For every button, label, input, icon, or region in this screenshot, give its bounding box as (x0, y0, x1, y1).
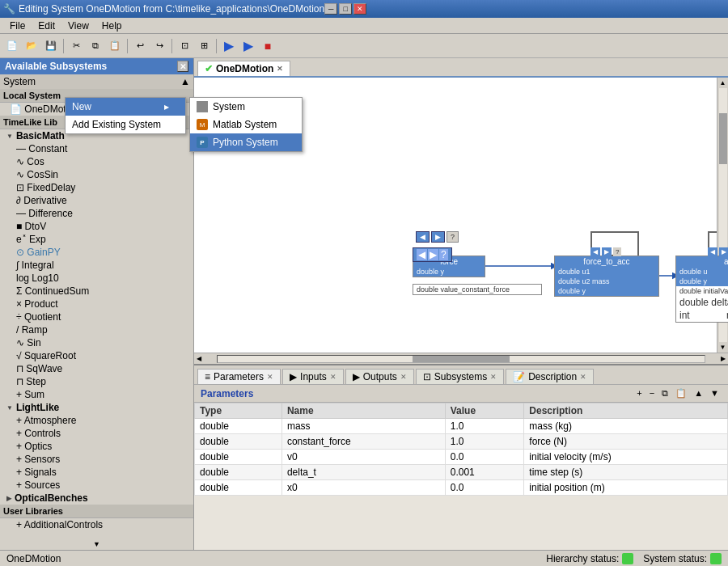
sidebar-item-sources[interactable]: + Sources (0, 479, 193, 492)
force-nav-left[interactable]: ◀ (417, 249, 427, 260)
system-scroll-up[interactable]: ▲ (180, 76, 190, 87)
close-button[interactable]: ✕ (353, 3, 366, 15)
sidebar-item-continuedsum[interactable]: Σ ContinuedSum (0, 285, 193, 298)
table-row[interactable]: doubleconstant_force1.0force (N) (195, 434, 728, 450)
sidebar-item-squareroot[interactable]: √ SquareRoot (0, 349, 193, 362)
param-paste-btn[interactable]: 📋 (673, 387, 689, 399)
sidebar-item-quotient[interactable]: ÷ Quotient (0, 310, 193, 323)
panel-tab-inputs[interactable]: ▶ Inputs ✕ (282, 369, 344, 384)
run-button[interactable]: ▶ (220, 37, 238, 55)
nav-left-btn[interactable]: ◀ (416, 231, 430, 243)
acc-to-v-block[interactable]: acc_to_v double u double y double initia… (675, 256, 728, 323)
zoom-fit-button[interactable]: ⊡ (176, 37, 193, 55)
group-lightlike-header[interactable]: ▼ LightLike (0, 401, 193, 414)
group-opticalbenches-header[interactable]: ▶ OpticalBenches (0, 492, 193, 505)
panel-tab-description[interactable]: 📝 Description ✕ (506, 369, 594, 384)
paste-button[interactable]: 📋 (106, 37, 124, 55)
panel-tab-description-close[interactable]: ✕ (580, 373, 586, 381)
ftoa-nav-right[interactable]: ▶ (602, 247, 612, 256)
save-button[interactable]: 💾 (42, 37, 60, 55)
ftoa-nav-q[interactable]: ? (613, 247, 621, 256)
menu-edit[interactable]: Edit (32, 19, 61, 33)
param-copy-btn[interactable]: ⧉ (659, 387, 671, 399)
panel-tab-parameters[interactable]: ≡ Parameters ✕ (197, 369, 281, 384)
cut-button[interactable]: ✂ (67, 37, 85, 55)
maximize-button[interactable]: □ (339, 3, 352, 15)
sidebar-item-sin[interactable]: ∿ Sin (0, 336, 193, 349)
sidebar-item-difference[interactable]: — Difference (0, 207, 193, 220)
nav-right-btn[interactable]: ▶ (431, 231, 445, 243)
context-menu-add-existing[interactable]: Add Existing System (66, 116, 185, 133)
panel-tab-params-close[interactable]: ✕ (267, 373, 273, 381)
param-down-btn[interactable]: ▼ (708, 387, 722, 399)
table-row[interactable]: doublemass1.0mass (kg) (195, 419, 728, 434)
hscroll-right-btn[interactable]: ▶ (718, 355, 728, 362)
sidebar-item-cossin[interactable]: ∿ CosSin (0, 168, 193, 181)
param-up-btn[interactable]: ▲ (692, 387, 705, 399)
sidebar-item-integral[interactable]: ∫ Integral (0, 259, 193, 272)
table-row[interactable]: doublex00.0initial position (m) (195, 480, 728, 496)
sidebar-item-sensors[interactable]: + Sensors (0, 453, 193, 466)
table-row[interactable]: doublev00.0initial velocity (m/s) (195, 450, 728, 465)
hscroll-left-btn[interactable]: ◀ (194, 355, 204, 362)
canvas-tab-close[interactable]: ✕ (277, 65, 283, 73)
atov-nav-left[interactable]: ◀ (708, 247, 717, 256)
submenu-item-python[interactable]: P Python System (190, 133, 302, 151)
sidebar-item-product[interactable]: × Product (0, 298, 193, 310)
sidebar-item-fixeddelay[interactable]: ⊡ FixedDelay (0, 181, 193, 194)
sidebar-item-dtov[interactable]: ■ DtoV (0, 220, 193, 233)
sidebar-item-cos[interactable]: ∿ Cos (0, 155, 193, 168)
panel-tab-subsystems[interactable]: ⊡ Subsystems ✕ (416, 369, 504, 384)
stop-button[interactable]: ■ (259, 37, 277, 55)
minimize-button[interactable]: ─ (324, 3, 337, 15)
sidebar-item-optics[interactable]: + Optics (0, 440, 193, 453)
param-remove-btn[interactable]: − (647, 387, 657, 399)
nav-q-btn[interactable]: ? (447, 231, 459, 243)
force-nav-q[interactable]: ? (439, 249, 448, 260)
sidebar-item-log10[interactable]: log Log10 (0, 272, 193, 285)
force-param-block[interactable]: double value_constant_force (413, 284, 542, 295)
sidebar-item-exp[interactable]: e˟ Exp (0, 233, 193, 246)
submenu-item-system[interactable]: System (190, 98, 302, 116)
menu-file[interactable]: File (3, 19, 32, 33)
atov-nav-right[interactable]: ▶ (719, 247, 728, 256)
panel-tab-outputs-close[interactable]: ✕ (400, 373, 407, 381)
panel-tab-subsystems-close[interactable]: ✕ (490, 373, 497, 381)
submenu-item-matlab[interactable]: M Matlab System (190, 116, 302, 133)
vscroll-down-btn[interactable]: ▼ (720, 344, 726, 351)
force-to-acc-block[interactable]: force_to_acc double u1 double u2 mass do… (554, 256, 659, 297)
panel-tab-inputs-close[interactable]: ✕ (330, 373, 336, 381)
sidebar-item-gainpy[interactable]: ⊙ GainPY (0, 246, 193, 259)
canvas-tab-onedmotion[interactable]: ✔ OneDMotion ✕ (197, 61, 290, 76)
sidebar-item-additionalcontrols[interactable]: + AdditionalControls (0, 518, 193, 531)
hscroll-thumb[interactable] (413, 356, 510, 362)
panel-tab-outputs[interactable]: ▶ Outputs ✕ (345, 369, 414, 384)
sidebar-item-sum[interactable]: + Sum (0, 388, 193, 401)
sidebar-item-signals[interactable]: + Signals (0, 466, 193, 479)
run2-button[interactable]: ▶ (239, 37, 257, 55)
menu-view[interactable]: View (61, 19, 95, 33)
redo-button[interactable]: ↪ (150, 37, 168, 55)
sidebar-item-controls[interactable]: + Controls (0, 427, 193, 440)
vscroll-up-btn[interactable]: ▲ (720, 79, 726, 87)
vscroll-thumb[interactable] (719, 113, 727, 164)
sidebar-item-derivative[interactable]: ∂ Derivative (0, 194, 193, 207)
sidebar-item-sqwave[interactable]: ⊓ SqWave (0, 362, 193, 375)
sidebar-scroll-down[interactable]: ▼ (93, 540, 100, 548)
ftoa-nav-left[interactable]: ◀ (590, 247, 600, 256)
open-button[interactable]: 📂 (23, 37, 40, 55)
undo-button[interactable]: ↩ (131, 37, 149, 55)
sidebar-item-step[interactable]: ⊓ Step (0, 375, 193, 388)
sidebar-item-ramp[interactable]: / Ramp (0, 323, 193, 336)
zoom-in-button[interactable]: ⊞ (195, 37, 213, 55)
sidebar-item-atmosphere[interactable]: + Atmosphere (0, 414, 193, 427)
new-button[interactable]: 📄 (3, 37, 21, 55)
sidebar-close-button[interactable]: ✕ (177, 61, 188, 72)
sidebar-item-constant[interactable]: — Constant (0, 142, 193, 155)
menu-help[interactable]: Help (95, 19, 129, 33)
force-nav-right[interactable]: ▶ (428, 249, 438, 260)
copy-button[interactable]: ⧉ (87, 37, 104, 55)
param-add-btn[interactable]: + (634, 387, 644, 399)
table-row[interactable]: doubledelta_t0.001time step (s) (195, 465, 728, 480)
context-menu-new[interactable]: New ▶ (66, 98, 185, 116)
